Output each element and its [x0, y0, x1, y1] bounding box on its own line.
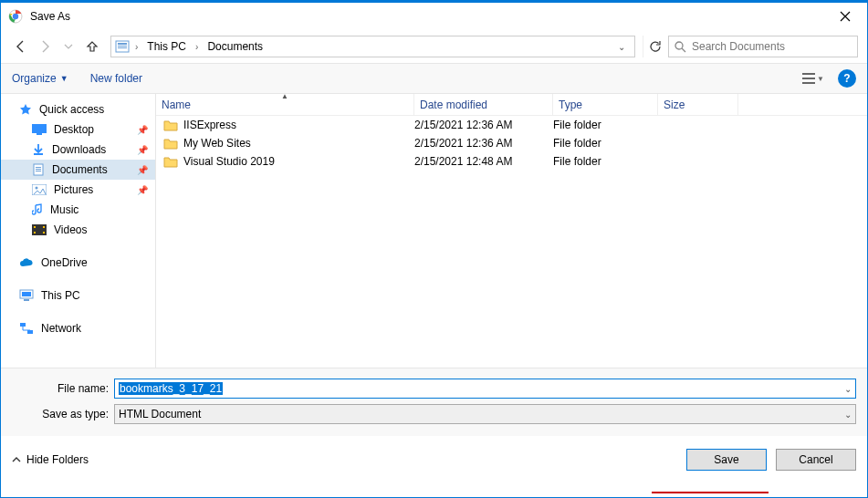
- sidebar-item-documents[interactable]: Documents 📌: [1, 160, 155, 180]
- column-type[interactable]: Type: [553, 94, 658, 115]
- chevron-down-icon: ▼: [60, 74, 68, 83]
- folder-icon: [163, 137, 178, 150]
- save-button[interactable]: Save: [686, 449, 767, 471]
- folder-icon: [115, 39, 130, 54]
- svg-rect-9: [802, 82, 815, 84]
- chevron-down-icon[interactable]: ⌄: [844, 384, 852, 394]
- cloud-icon: [19, 257, 34, 268]
- svg-rect-14: [36, 169, 41, 170]
- column-size[interactable]: Size: [658, 94, 738, 115]
- search-placeholder: Search Documents: [692, 40, 785, 53]
- chevron-right-icon: ›: [195, 42, 198, 52]
- svg-rect-13: [36, 167, 41, 168]
- folder-icon: [163, 155, 178, 168]
- breadcrumb-thispc[interactable]: This PC: [143, 38, 190, 55]
- address-dropdown-icon[interactable]: ⌄: [612, 40, 631, 54]
- chevron-down-icon[interactable]: ⌄: [844, 410, 852, 420]
- pin-icon: 📌: [137, 125, 148, 135]
- recent-dropdown-button[interactable]: [58, 36, 79, 57]
- file-row[interactable]: My Web Sites 2/15/2021 12:36 AM File fol…: [156, 134, 867, 152]
- window-title: Save As: [30, 10, 70, 23]
- cancel-button[interactable]: Cancel: [776, 449, 856, 471]
- svg-rect-15: [36, 171, 41, 171]
- svg-rect-25: [24, 299, 29, 301]
- videos-icon: [32, 224, 47, 235]
- back-button[interactable]: [10, 36, 32, 57]
- pin-icon: 📌: [137, 145, 148, 155]
- pictures-icon: [32, 184, 47, 195]
- up-button[interactable]: [81, 36, 103, 57]
- sidebar-item-music[interactable]: Music: [1, 200, 155, 220]
- close-button[interactable]: [831, 2, 860, 31]
- sidebar-item-pictures[interactable]: Pictures 📌: [1, 180, 155, 200]
- toolbar: Organize ▼ New folder ▼ ?: [1, 63, 867, 94]
- svg-rect-8: [802, 78, 815, 79]
- chevron-down-icon: ▼: [817, 75, 824, 83]
- bottom-panel: File name: bookmarks_3_17_21 ⌄ Save as t…: [1, 368, 867, 436]
- download-icon: [32, 143, 45, 156]
- sidebar-item-downloads[interactable]: Downloads 📌: [1, 140, 155, 160]
- network-icon: [19, 322, 34, 335]
- svg-rect-19: [34, 226, 36, 228]
- address-bar[interactable]: › This PC › Documents ⌄: [110, 36, 635, 57]
- sidebar-item-desktop[interactable]: Desktop 📌: [1, 119, 155, 140]
- svg-point-6: [675, 42, 683, 49]
- footer: Hide Folders Save Cancel: [1, 436, 867, 480]
- pin-icon: 📌: [137, 165, 148, 175]
- file-row[interactable]: IISExpress 2/15/2021 12:36 AM File folde…: [156, 116, 867, 134]
- main-area: Quick access Desktop 📌 Downloads 📌 Docum…: [1, 94, 867, 368]
- chevron-up-icon: [12, 455, 21, 464]
- new-folder-button[interactable]: New folder: [90, 72, 142, 85]
- sort-ascending-icon: ▲: [281, 92, 288, 100]
- svg-rect-7: [802, 73, 815, 75]
- sidebar-quick-access[interactable]: Quick access: [1, 99, 155, 119]
- column-name[interactable]: Name ▲: [156, 94, 414, 115]
- music-icon: [32, 203, 43, 216]
- search-input[interactable]: Search Documents: [668, 36, 858, 57]
- sidebar-item-videos[interactable]: Videos: [1, 220, 155, 240]
- svg-point-1: [13, 14, 18, 19]
- pin-icon: 📌: [137, 185, 148, 195]
- svg-rect-24: [22, 292, 31, 296]
- breadcrumb-current[interactable]: Documents: [204, 38, 267, 55]
- chevron-right-icon: ›: [135, 42, 138, 52]
- hide-folders-button[interactable]: Hide Folders: [12, 453, 89, 466]
- nav-row: › This PC › Documents ⌄ Search Documents: [1, 30, 867, 63]
- svg-rect-20: [34, 232, 36, 233]
- chrome-icon: [8, 9, 23, 24]
- saveastype-combo[interactable]: HTML Document ⌄: [114, 404, 856, 424]
- column-headers: Name ▲ Date modified Type Size: [156, 94, 867, 116]
- filename-label: File name:: [12, 382, 114, 395]
- file-row[interactable]: Visual Studio 2019 2/15/2021 12:48 AM Fi…: [156, 152, 867, 171]
- svg-rect-11: [37, 133, 42, 135]
- view-mode-button[interactable]: ▼: [798, 68, 829, 88]
- column-date[interactable]: Date modified: [414, 94, 553, 115]
- svg-point-17: [36, 187, 38, 190]
- refresh-button[interactable]: [643, 36, 666, 57]
- star-icon: [19, 103, 32, 116]
- help-button[interactable]: ?: [838, 69, 856, 88]
- annotation-underline: [652, 492, 769, 493]
- svg-rect-18: [32, 224, 47, 235]
- svg-rect-22: [43, 232, 45, 233]
- saveastype-label: Save as type:: [12, 408, 114, 420]
- svg-rect-21: [43, 226, 45, 228]
- svg-rect-3: [118, 43, 127, 45]
- forward-button[interactable]: [34, 36, 56, 57]
- sidebar: Quick access Desktop 📌 Downloads 📌 Docum…: [1, 94, 156, 368]
- sidebar-network[interactable]: Network: [1, 318, 155, 338]
- document-icon: [32, 163, 45, 176]
- svg-rect-5: [118, 47, 127, 48]
- title-bar: Save As: [1, 1, 867, 30]
- organize-button[interactable]: Organize ▼: [12, 72, 68, 85]
- sidebar-thispc[interactable]: This PC: [1, 285, 155, 306]
- desktop-icon: [32, 124, 47, 135]
- svg-rect-26: [20, 323, 26, 327]
- svg-rect-27: [27, 330, 33, 334]
- filename-input[interactable]: bookmarks_3_17_21 ⌄: [114, 379, 856, 399]
- file-list: Name ▲ Date modified Type Size IISExpres…: [156, 94, 867, 368]
- search-icon: [675, 41, 686, 53]
- pc-icon: [19, 289, 34, 302]
- sidebar-onedrive[interactable]: OneDrive: [1, 253, 155, 273]
- svg-rect-4: [118, 46, 127, 47]
